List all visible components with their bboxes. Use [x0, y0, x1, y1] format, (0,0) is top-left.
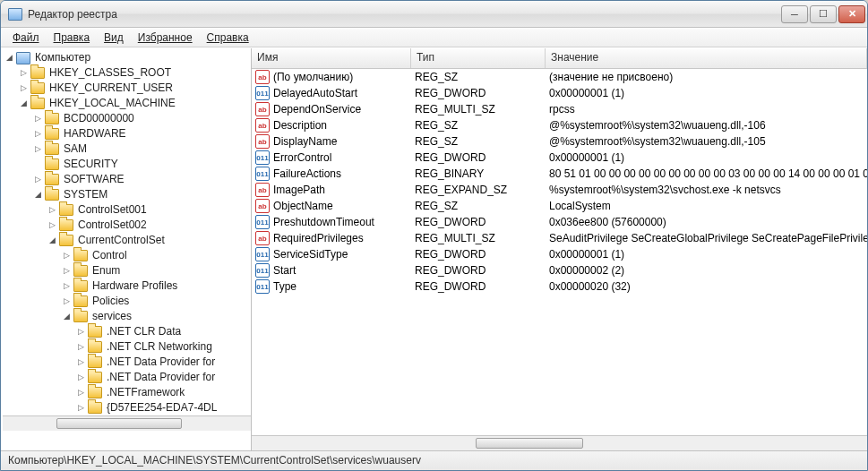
binary-value-icon	[255, 247, 270, 261]
column-headers: Имя Тип Значение	[252, 48, 867, 69]
expand-icon[interactable]	[19, 68, 29, 78]
menu-view[interactable]: Вид	[98, 30, 130, 46]
expand-icon[interactable]	[76, 342, 86, 352]
tree-node[interactable]: Hardware Profiles	[62, 278, 251, 294]
tree-pane[interactable]: КомпьютерHKEY_CLASSES_ROOTHKEY_CURRENT_U…	[1, 48, 252, 450]
value-row[interactable]: PreshutdownTimeoutREG_DWORD0x036ee800 (5…	[252, 214, 867, 230]
expand-icon[interactable]	[62, 296, 72, 306]
tree-node[interactable]: .NET Data Provider for	[76, 355, 251, 370]
expand-icon[interactable]	[33, 129, 43, 139]
value-row[interactable]: RequiredPrivilegesREG_MULTI_SZSeAuditPri…	[252, 230, 867, 246]
collapse-icon[interactable]	[33, 190, 43, 200]
maximize-button[interactable]	[810, 5, 837, 23]
close-button[interactable]	[838, 5, 865, 23]
expand-icon[interactable]	[62, 251, 72, 261]
tree-hscrollbar[interactable]	[3, 415, 251, 431]
expand-icon[interactable]	[76, 373, 86, 382]
value-row[interactable]: ErrorControlREG_DWORD0x00000001 (1)	[252, 150, 867, 166]
value-data: 80 51 01 00 00 00 00 00 00 00 00 00 03 0…	[549, 167, 867, 180]
collapse-icon[interactable]	[4, 53, 14, 63]
titlebar[interactable]: Редактор реестра	[1, 1, 867, 28]
column-type[interactable]: Тип	[411, 48, 546, 68]
expand-icon[interactable]	[33, 114, 43, 124]
minimize-button[interactable]	[781, 5, 808, 23]
string-value-icon	[255, 70, 270, 84]
scrollbar-thumb[interactable]	[476, 438, 583, 449]
value-row[interactable]: TypeREG_DWORD0x00000020 (32)	[252, 278, 867, 295]
tree-node[interactable]: CurrentControlSet	[47, 233, 251, 248]
tree-node[interactable]: services	[62, 309, 251, 324]
menu-favorites[interactable]: Избранное	[132, 30, 199, 46]
list-hscrollbar[interactable]	[252, 435, 867, 450]
expand-icon[interactable]	[76, 403, 86, 413]
value-type: REG_MULTI_SZ	[415, 103, 549, 116]
tree-node[interactable]: .NETFramework	[76, 385, 251, 400]
collapse-icon[interactable]	[19, 98, 29, 108]
column-value[interactable]: Значение	[546, 48, 867, 68]
tree-node[interactable]: HKEY_CURRENT_USER	[19, 81, 251, 96]
folder-icon	[45, 113, 59, 124]
tree-node[interactable]: SECURITY	[33, 157, 251, 172]
value-row[interactable]: DelayedAutoStartREG_DWORD0x00000001 (1)	[252, 85, 867, 101]
value-data: 0x00000020 (32)	[549, 280, 867, 293]
tree-label: HARDWARE	[61, 126, 129, 141]
value-row[interactable]: ObjectNameREG_SZLocalSystem	[252, 198, 867, 214]
menu-edit[interactable]: Правка	[47, 30, 97, 46]
expand-icon[interactable]	[76, 357, 86, 367]
tree-label: HKEY_CLASSES_ROOT	[47, 65, 174, 81]
folder-icon	[45, 174, 59, 185]
value-list[interactable]: (По умолчанию)REG_SZ(значение не присвое…	[252, 69, 867, 435]
tree-node[interactable]: SOFTWARE	[33, 172, 251, 187]
scrollbar-thumb[interactable]	[56, 418, 182, 429]
expand-icon[interactable]	[76, 388, 86, 398]
expand-icon[interactable]	[47, 220, 57, 230]
expand-icon[interactable]	[62, 266, 72, 276]
value-type: REG_EXPAND_SZ	[415, 184, 549, 196]
tree-node[interactable]: HARDWARE	[33, 126, 251, 141]
tree-node[interactable]: Компьютер	[4, 50, 251, 65]
tree-node[interactable]: HKEY_LOCAL_MACHINE	[19, 96, 251, 111]
menu-help[interactable]: Справка	[201, 30, 255, 46]
menu-file[interactable]: Файл	[6, 30, 46, 46]
expand-icon[interactable]	[76, 327, 86, 337]
tree-node[interactable]: {D57EE254-EDA7-4DL	[76, 400, 251, 415]
value-name: Description	[273, 119, 415, 132]
collapse-icon[interactable]	[47, 236, 57, 245]
tree-node[interactable]: SYSTEM	[33, 187, 251, 202]
expand-icon[interactable]	[33, 144, 43, 154]
value-row[interactable]: DescriptionREG_SZ@%systemroot%\system32\…	[252, 117, 867, 133]
tree-node[interactable]: Enum	[62, 263, 251, 278]
value-row[interactable]: ImagePathREG_EXPAND_SZ%systemroot%\syste…	[252, 182, 867, 198]
tree-node[interactable]: .NET Data Provider for	[76, 370, 251, 385]
folder-icon	[45, 158, 59, 170]
expand-icon[interactable]	[19, 83, 29, 93]
tree-node[interactable]: Policies	[62, 294, 251, 309]
expand-icon[interactable]	[62, 281, 72, 291]
list-pane: Имя Тип Значение (По умолчанию)REG_SZ(зн…	[252, 48, 867, 450]
folder-icon	[59, 204, 73, 216]
expand-icon[interactable]	[33, 175, 43, 184]
value-type: REG_SZ	[415, 71, 549, 83]
tree-node[interactable]: HKEY_CLASSES_ROOT	[19, 65, 251, 81]
folder-icon	[88, 326, 102, 338]
tree-node[interactable]: ControlSet002	[47, 218, 251, 233]
tree-node[interactable]: BCD00000000	[33, 111, 251, 126]
value-row[interactable]: (По умолчанию)REG_SZ(значение не присвое…	[252, 69, 867, 85]
tree-node[interactable]: .NET CLR Data	[76, 324, 251, 339]
tree-node[interactable]: .NET CLR Networking	[76, 339, 251, 355]
tree-node[interactable]: ControlSet001	[47, 202, 251, 218]
value-row[interactable]: StartREG_DWORD0x00000002 (2)	[252, 262, 867, 278]
expand-icon[interactable]	[47, 205, 57, 215]
collapse-icon[interactable]	[62, 312, 72, 321]
binary-value-icon	[255, 215, 270, 229]
value-row[interactable]: FailureActionsREG_BINARY80 51 01 00 00 0…	[252, 166, 867, 182]
value-type: REG_DWORD	[415, 151, 549, 164]
value-row[interactable]: ServiceSidTypeREG_DWORD0x00000001 (1)	[252, 246, 867, 262]
tree-node[interactable]: SAM	[33, 141, 251, 157]
column-name[interactable]: Имя	[252, 48, 411, 68]
tree-label: SAM	[61, 141, 90, 157]
value-name: DependOnService	[273, 103, 415, 116]
value-row[interactable]: DisplayNameREG_SZ@%systemroot%\system32\…	[252, 133, 867, 150]
tree-node[interactable]: Control	[62, 248, 251, 263]
value-row[interactable]: DependOnServiceREG_MULTI_SZrpcss	[252, 101, 867, 117]
